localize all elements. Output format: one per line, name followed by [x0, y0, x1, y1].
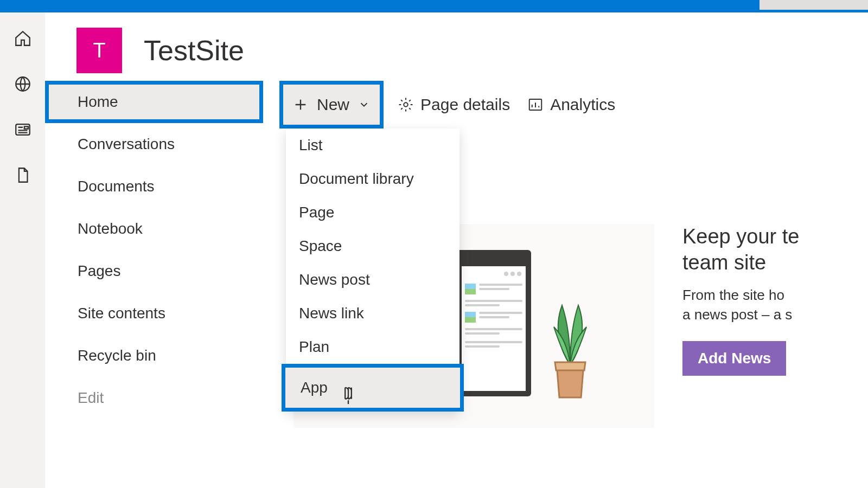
menu-item-document-library[interactable]: Document library — [286, 162, 459, 196]
suite-header-right-segment — [760, 0, 868, 10]
gear-icon — [398, 97, 414, 113]
nav-item-recycle-bin[interactable]: Recycle bin — [45, 335, 263, 377]
site-nav: Home Conversations Documents Notebook Pa… — [45, 81, 263, 419]
plus-icon — [293, 97, 308, 112]
new-dropdown-menu: List Document library Page Space News po… — [286, 129, 459, 412]
nav-item-home[interactable]: Home — [45, 81, 263, 123]
svg-rect-2 — [24, 126, 28, 129]
nav-item-conversations[interactable]: Conversations — [45, 123, 263, 165]
nav-item-site-contents[interactable]: Site contents — [45, 292, 263, 335]
site-title: TestSite — [144, 34, 244, 67]
nav-item-pages[interactable]: Pages — [45, 250, 263, 292]
suite-header-bar — [0, 0, 868, 12]
nav-item-documents[interactable]: Documents — [45, 165, 263, 208]
page-details-label: Page details — [420, 95, 510, 114]
menu-item-list[interactable]: List — [286, 129, 459, 162]
news-info-title: Keep your te team site — [682, 224, 868, 275]
news-icon[interactable] — [13, 120, 33, 139]
menu-item-app[interactable]: App — [282, 364, 464, 412]
menu-item-news-post[interactable]: News post — [286, 263, 459, 297]
new-button-label: New — [317, 95, 349, 114]
illustration-plant — [543, 294, 597, 405]
command-bar: New Page details Analytics — [279, 81, 618, 129]
site-logo[interactable]: T — [76, 28, 122, 73]
analytics-button[interactable]: Analytics — [524, 85, 618, 125]
menu-item-page[interactable]: Page — [286, 196, 459, 229]
menu-item-space[interactable]: Space — [286, 229, 459, 263]
files-icon[interactable] — [13, 165, 33, 185]
menu-item-news-link[interactable]: News link — [286, 297, 459, 330]
svg-rect-1 — [16, 124, 30, 135]
new-button[interactable]: New — [279, 81, 384, 129]
nav-item-notebook[interactable]: Notebook — [45, 208, 263, 250]
news-info-body: From the site ho a news post – a s — [682, 285, 868, 325]
analytics-icon — [527, 97, 544, 113]
home-icon[interactable] — [13, 29, 33, 48]
news-info-panel: Keep your te team site From the site ho … — [682, 224, 868, 376]
main-region: T TestSite Home Conversations Documents … — [45, 12, 868, 488]
page-details-button[interactable]: Page details — [394, 85, 513, 125]
add-news-button[interactable]: Add News — [682, 341, 786, 376]
chevron-down-icon — [358, 99, 370, 111]
globe-icon[interactable] — [13, 74, 33, 94]
cursor-icon — [341, 386, 356, 409]
site-header: T TestSite — [45, 12, 868, 73]
svg-point-3 — [404, 102, 408, 107]
menu-item-plan[interactable]: Plan — [286, 330, 459, 364]
nav-edit-link[interactable]: Edit — [45, 377, 263, 419]
menu-item-app-label: App — [301, 379, 328, 396]
app-rail — [0, 12, 45, 488]
illustration-tablet — [456, 250, 531, 396]
analytics-label: Analytics — [550, 95, 615, 114]
